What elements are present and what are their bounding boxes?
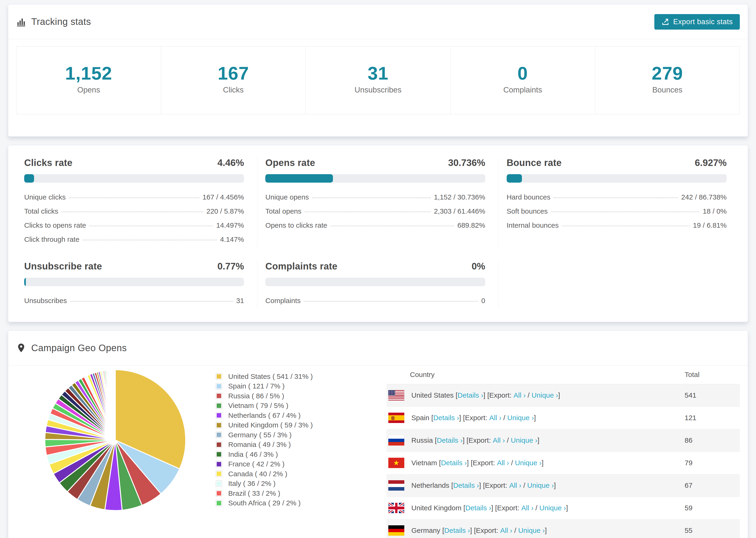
- tracking-stats-card: Tracking stats Export basic stats 1,152 …: [8, 4, 748, 136]
- legend-item: France ( 42 / 2% ): [216, 459, 313, 469]
- export-unique-link[interactable]: Unique ›: [527, 481, 554, 489]
- export-all-link[interactable]: All ›: [521, 504, 534, 512]
- country-total: 55: [685, 526, 740, 534]
- country-total: 67: [685, 481, 740, 489]
- legend-label: Brazil ( 33 / 2% ): [228, 489, 280, 497]
- column-header-total: Total: [685, 371, 740, 379]
- rate-row-label: Complaints: [265, 297, 300, 305]
- legend-swatch: [216, 393, 222, 399]
- rate-percent: 30.736%: [448, 157, 485, 168]
- country-name: United States: [411, 391, 454, 399]
- rate-block: Unsubscribe rate 0.77% Unsubscribes 31: [16, 261, 257, 308]
- export-label: Export:: [468, 436, 491, 444]
- legend-item: Russia ( 86 / 5% ): [216, 391, 313, 401]
- rate-row-value: 0: [481, 297, 485, 305]
- rate-row-value: 18 / 0%: [703, 207, 727, 215]
- legend-item: Romania ( 49 / 3% ): [216, 440, 313, 450]
- rate-progress-fill: [24, 278, 26, 286]
- export-icon: [661, 18, 669, 26]
- details-link[interactable]: Details ›: [453, 481, 479, 489]
- country-flag-icon: [388, 458, 404, 468]
- details-link[interactable]: Details ›: [441, 459, 467, 467]
- legend-label: Netherlands ( 67 / 4% ): [228, 411, 300, 419]
- bracket-close: ]: [566, 504, 568, 512]
- rate-row-label: Click through rate: [24, 236, 80, 243]
- export-all-link[interactable]: All ›: [513, 391, 526, 399]
- dotted-leader: [89, 226, 213, 226]
- slash: /: [509, 459, 515, 467]
- export-all-link[interactable]: All ›: [509, 481, 521, 489]
- rate-detail-row: Total opens 2,303 / 61.446%: [265, 204, 485, 218]
- bracket-close: ]: [558, 391, 560, 399]
- dotted-leader: [69, 197, 199, 198]
- country-name: United Kingdom: [411, 504, 461, 512]
- slash: /: [521, 481, 527, 489]
- dotted-leader: [562, 226, 689, 226]
- legend-item: Spain ( 121 / 7% ): [216, 381, 313, 391]
- rate-row-label: Unique clicks: [24, 193, 66, 201]
- country-flag-icon: [388, 413, 404, 423]
- bracket-mid: ] [: [467, 459, 473, 467]
- export-unique-link[interactable]: Unique ›: [507, 414, 534, 422]
- rate-rows: Unsubscribes 31: [24, 294, 244, 308]
- legend-item: Canada ( 40 / 2% ): [216, 469, 313, 479]
- rate-block: Complaints rate 0% Complaints 0: [257, 261, 499, 308]
- details-link[interactable]: Details ›: [444, 526, 470, 534]
- country-flag-icon: [388, 390, 404, 401]
- legend-label: South Africa ( 29 / 2% ): [228, 499, 300, 507]
- stat-value: 0: [451, 64, 595, 83]
- export-unique-link[interactable]: Unique ›: [515, 459, 541, 467]
- export-unique-link[interactable]: Unique ›: [531, 391, 558, 399]
- geo-pie-legend: United States ( 541 / 31% ) Spain ( 121 …: [216, 372, 313, 508]
- export-unique-link[interactable]: Unique ›: [539, 504, 566, 512]
- stat-label: Complaints: [451, 85, 595, 94]
- rate-rows: Unique clicks 167 / 4.456% Total clicks …: [24, 190, 244, 246]
- summary-stat-cell: 167 Clicks: [161, 46, 305, 114]
- rate-progress-track: [507, 174, 727, 183]
- bracket-mid: ] [: [479, 481, 485, 489]
- details-link[interactable]: Details ›: [437, 436, 462, 444]
- export-all-link[interactable]: All ›: [489, 414, 502, 422]
- rate-row-label: Total clicks: [24, 207, 58, 215]
- rate-detail-row: Soft bounces 18 / 0%: [507, 204, 727, 218]
- export-all-link[interactable]: All ›: [497, 459, 509, 467]
- bracket-open: [: [433, 436, 437, 444]
- rate-progress-fill: [507, 174, 522, 183]
- export-unique-link[interactable]: Unique ›: [511, 436, 537, 444]
- legend-label: Romania ( 49 / 3% ): [228, 441, 291, 449]
- rate-block: Clicks rate 4.46% Unique clicks 167 / 4.…: [16, 157, 257, 246]
- export-all-link[interactable]: All ›: [493, 436, 505, 444]
- pie-slice: [115, 370, 115, 440]
- rate-detail-row: Complaints 0: [265, 294, 485, 308]
- stat-value: 31: [306, 64, 450, 83]
- geo-title: Campaign Geo Opens: [31, 343, 127, 353]
- rate-row-value: 220 / 5.87%: [206, 207, 244, 215]
- country-total: 79: [685, 459, 740, 467]
- legend-swatch: [216, 451, 222, 457]
- geo-pie-chart: [42, 367, 188, 514]
- dotted-leader: [62, 211, 203, 212]
- legend-swatch: [216, 471, 222, 477]
- rate-percent: 0%: [472, 261, 485, 272]
- summary-stat-cell: 279 Bounces: [595, 46, 739, 114]
- dotted-leader: [82, 240, 217, 241]
- rate-row-value: 167 / 4.456%: [203, 193, 244, 201]
- country-name: Vietnam: [411, 459, 437, 467]
- stat-label: Opens: [17, 85, 161, 94]
- export-all-link[interactable]: All ›: [500, 526, 512, 534]
- rate-detail-row: Unsubscribes 31: [24, 294, 244, 308]
- rates-grid: Clicks rate 4.46% Unique clicks 167 / 4.…: [16, 157, 740, 308]
- dotted-leader: [331, 226, 454, 226]
- rate-row-value: 14.497%: [216, 221, 244, 229]
- country-name: Germany: [411, 526, 440, 534]
- rates-card: Clicks rate 4.46% Unique clicks 167 / 4.…: [8, 145, 748, 322]
- details-link[interactable]: Details ›: [433, 414, 459, 422]
- details-link[interactable]: Details ›: [458, 391, 483, 399]
- details-link[interactable]: Details ›: [465, 504, 491, 512]
- export-basic-stats-button[interactable]: Export basic stats: [654, 14, 740, 29]
- bracket-mid: ] [: [483, 391, 489, 399]
- export-button-label: Export basic stats: [673, 18, 733, 26]
- legend-label: Germany ( 55 / 3% ): [228, 431, 292, 439]
- export-unique-link[interactable]: Unique ›: [518, 526, 545, 534]
- country-flag-icon: [388, 525, 404, 536]
